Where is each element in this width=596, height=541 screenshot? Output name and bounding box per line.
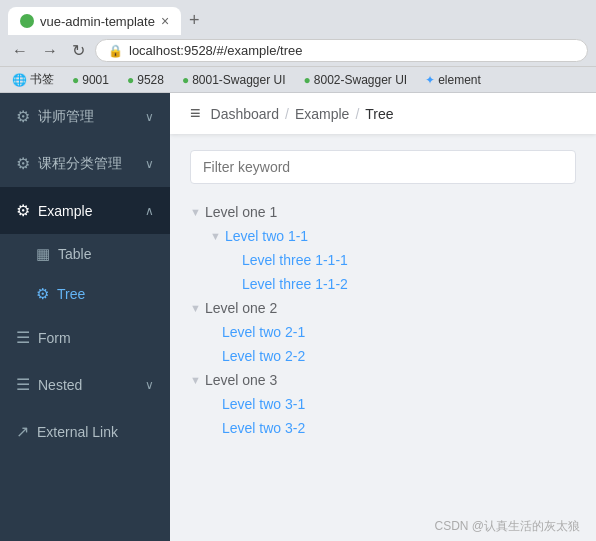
external-link-icon: ↗: [16, 422, 29, 441]
tree-label-l1-3: Level one 3: [205, 372, 277, 388]
sidebar-label-table: Table: [58, 246, 91, 262]
tree-node-1-1: ▼ Level two 1-1 ▶ Level three 1-1-1 ▶: [190, 224, 576, 296]
tree-node-1: ▼ Level one 1 ▼ Level two 1-1 ▶: [190, 200, 576, 296]
hamburger-button[interactable]: ≡: [190, 103, 201, 124]
sidebar-item-external-link[interactable]: ↗ External Link: [0, 408, 170, 455]
bookmark-label-5: element: [438, 73, 481, 87]
tab-favicon: [20, 14, 34, 28]
tree-label-l1-1: Level one 1: [205, 204, 277, 220]
tree: ▼ Level one 1 ▼ Level two 1-1 ▶: [190, 200, 576, 440]
bookmark-label-4: 8002-Swagger UI: [314, 73, 407, 87]
tree-row-l3-1-1-1[interactable]: ▶ Level three 1-1-1: [190, 248, 576, 272]
main-content: ≡ Dashboard / Example / Tree ▼ Level one: [170, 93, 596, 541]
tree-node-2: ▼ Level one 2 ▶ Level two 2-1 ▶ Level tw…: [190, 296, 576, 368]
url-bar[interactable]: 🔒 localhost:9528/#/example/tree: [95, 39, 588, 62]
breadcrumb-sep-2: /: [355, 106, 359, 122]
tree-label-l3-1-1-2[interactable]: Level three 1-1-2: [242, 276, 348, 292]
tab-bar: vue-admin-template × +: [0, 0, 596, 35]
watermark: CSDN @认真生活的灰太狼: [170, 512, 596, 541]
expand-l1-3[interactable]: ▼: [190, 374, 201, 386]
tree-row-l2-1-1[interactable]: ▼ Level two 1-1: [190, 224, 576, 248]
tree-row-l1-2[interactable]: ▼ Level one 2: [190, 296, 576, 320]
nested-icon: ☰: [16, 375, 30, 394]
filter-input[interactable]: [190, 150, 576, 184]
sidebar-label-course: 课程分类管理: [38, 155, 137, 173]
tree-label-l2-1-1[interactable]: Level two 1-1: [225, 228, 308, 244]
url-lock-icon: 🔒: [108, 44, 123, 58]
nested-arrow: ∨: [145, 378, 154, 392]
tree-label-l3-1-1-1[interactable]: Level three 1-1-1: [242, 252, 348, 268]
reload-button[interactable]: ↻: [68, 39, 89, 62]
new-tab-button[interactable]: +: [181, 6, 208, 35]
sidebar-subitem-tree[interactable]: ⚙ Tree: [0, 274, 170, 314]
bookmark-dot-5: ✦: [425, 73, 435, 87]
breadcrumb-example[interactable]: Example: [295, 106, 349, 122]
url-text: localhost:9528/#/example/tree: [129, 43, 302, 58]
sidebar-item-nested[interactable]: ☰ Nested ∨: [0, 361, 170, 408]
sidebar-subitem-table[interactable]: ▦ Table: [0, 234, 170, 274]
bookmark-icon-0: 🌐: [12, 73, 27, 87]
sidebar-item-teacher[interactable]: ⚙ 讲师管理 ∨: [0, 93, 170, 140]
bookmark-item-3[interactable]: ● 8001-Swagger UI: [178, 71, 290, 89]
tree-row-l1-3[interactable]: ▼ Level one 3: [190, 368, 576, 392]
sidebar: ⚙ 讲师管理 ∨ ⚙ 课程分类管理 ∨ ⚙ Example ∧ ▦ Table …: [0, 93, 170, 541]
main-header: ≡ Dashboard / Example / Tree: [170, 93, 596, 134]
tree-label-l1-2: Level one 2: [205, 300, 277, 316]
example-arrow: ∧: [145, 204, 154, 218]
bookmark-item-0[interactable]: 🌐 书签: [8, 69, 58, 90]
table-icon: ▦: [36, 245, 50, 263]
tab-close-button[interactable]: ×: [161, 13, 169, 29]
sidebar-label-tree: Tree: [57, 286, 85, 302]
bookmark-dot-2: ●: [127, 73, 134, 87]
tree-label-l2-2-1[interactable]: Level two 2-1: [222, 324, 305, 340]
tree-label-l2-3-2[interactable]: Level two 3-2: [222, 420, 305, 436]
tree-icon: ⚙: [36, 285, 49, 303]
tree-row-l2-3-2[interactable]: ▶ Level two 3-2: [190, 416, 576, 440]
tab-title: vue-admin-template: [40, 14, 155, 29]
course-arrow: ∨: [145, 157, 154, 171]
sidebar-label-external-link: External Link: [37, 424, 154, 440]
bookmark-label-0: 书签: [30, 71, 54, 88]
sidebar-label-form: Form: [38, 330, 154, 346]
tree-row-l3-1-1-2[interactable]: ▶ Level three 1-1-2: [190, 272, 576, 296]
course-icon: ⚙: [16, 154, 30, 173]
expand-l1-2[interactable]: ▼: [190, 302, 201, 314]
bookmark-dot-4: ●: [304, 73, 311, 87]
bookmark-label-3: 8001-Swagger UI: [192, 73, 285, 87]
tree-row-l2-2-2[interactable]: ▶ Level two 2-2: [190, 344, 576, 368]
teacher-arrow: ∨: [145, 110, 154, 124]
bookmark-item-1[interactable]: ● 9001: [68, 71, 113, 89]
sidebar-label-teacher: 讲师管理: [38, 108, 137, 126]
app-container: ⚙ 讲师管理 ∨ ⚙ 课程分类管理 ∨ ⚙ Example ∧ ▦ Table …: [0, 93, 596, 541]
expand-l2-1-1[interactable]: ▼: [210, 230, 221, 242]
active-tab[interactable]: vue-admin-template ×: [8, 7, 181, 35]
example-icon: ⚙: [16, 201, 30, 220]
sidebar-label-example: Example: [38, 203, 137, 219]
sidebar-item-example[interactable]: ⚙ Example ∧: [0, 187, 170, 234]
breadcrumb: Dashboard / Example / Tree: [211, 106, 394, 122]
tree-label-l2-3-1[interactable]: Level two 3-1: [222, 396, 305, 412]
sidebar-item-course[interactable]: ⚙ 课程分类管理 ∨: [0, 140, 170, 187]
tree-node-3: ▼ Level one 3 ▶ Level two 3-1 ▶ Level tw…: [190, 368, 576, 440]
bookmark-item-2[interactable]: ● 9528: [123, 71, 168, 89]
teacher-icon: ⚙: [16, 107, 30, 126]
bookmark-item-5[interactable]: ✦ element: [421, 71, 485, 89]
breadcrumb-dashboard[interactable]: Dashboard: [211, 106, 280, 122]
tree-row-l2-3-1[interactable]: ▶ Level two 3-1: [190, 392, 576, 416]
bookmark-item-4[interactable]: ● 8002-Swagger UI: [300, 71, 412, 89]
content-area: ▼ Level one 1 ▼ Level two 1-1 ▶: [170, 134, 596, 512]
sidebar-item-form[interactable]: ☰ Form: [0, 314, 170, 361]
forward-button[interactable]: →: [38, 40, 62, 62]
browser-chrome: vue-admin-template × + ← → ↻ 🔒 localhost…: [0, 0, 596, 93]
breadcrumb-tree: Tree: [365, 106, 393, 122]
tree-row-l1-1[interactable]: ▼ Level one 1: [190, 200, 576, 224]
breadcrumb-sep-1: /: [285, 106, 289, 122]
bookmarks-bar: 🌐 书签 ● 9001 ● 9528 ● 8001-Swagger UI ● 8…: [0, 66, 596, 92]
address-bar: ← → ↻ 🔒 localhost:9528/#/example/tree: [0, 35, 596, 66]
bookmark-label-2: 9528: [137, 73, 164, 87]
back-button[interactable]: ←: [8, 40, 32, 62]
tree-row-l2-2-1[interactable]: ▶ Level two 2-1: [190, 320, 576, 344]
bookmark-dot-3: ●: [182, 73, 189, 87]
tree-label-l2-2-2[interactable]: Level two 2-2: [222, 348, 305, 364]
expand-l1-1[interactable]: ▼: [190, 206, 201, 218]
